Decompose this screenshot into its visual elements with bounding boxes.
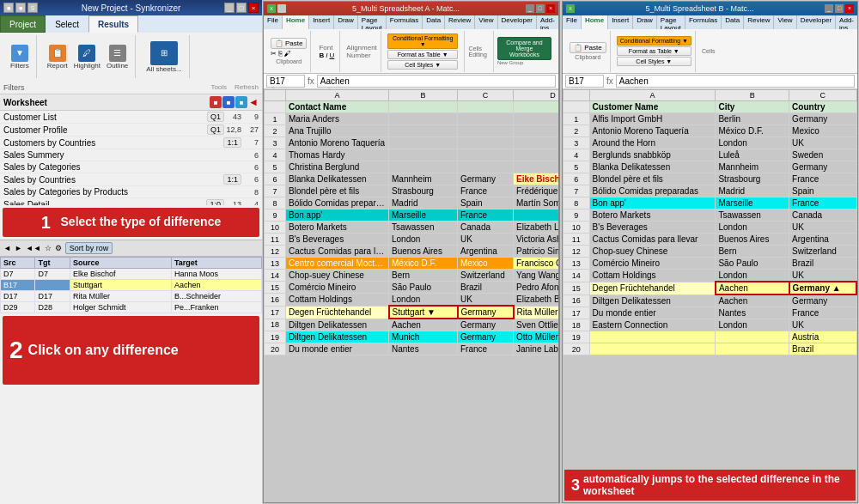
ribbon-group-tools: ▼ Filters [3,35,37,78]
tab-a-data[interactable]: Data [423,15,445,29]
b-paste-btn[interactable]: 📋 Paste [570,42,606,53]
tab-a-home[interactable]: Home [283,15,309,29]
font-group: Font B I U [314,31,340,72]
grid-a-row-8: 8 Bólido Comidas preparadas Madrid Spain… [265,197,559,209]
ws-row-customer-profile[interactable]: Customer Profile Q1 12,8 27 [0,124,262,137]
formula-input-b[interactable]: Aachen [616,75,855,88]
tab-b-draw[interactable]: Draw [633,15,657,29]
tab-b-page[interactable]: Page Layout [657,15,685,29]
name-box-b[interactable] [565,75,604,88]
grid-b-row-8: 8 Bon app' Marseille France [564,197,857,209]
tab-b-file[interactable]: File [563,15,582,29]
cell-germany-15-b[interactable]: Germany ▲ [789,282,856,295]
paste-btn[interactable]: 📋Paste [271,38,307,49]
grid-b-row-13: 13 Comércio Mineiro São Paulo Brazil [564,258,857,270]
grid-table-b: A B C Customer Name City Country [563,89,857,355]
tab-a-dev[interactable]: Developer [498,15,537,29]
sheets-icon: ⊞ [150,41,178,65]
tab-b-addins[interactable]: Add-ins [836,15,857,29]
tab-a-draw[interactable]: Draw [334,15,358,29]
diff-row-3[interactable]: D17D17Rita MüllerB...Schneider [1,291,262,302]
tab-a-file[interactable]: File [264,15,283,29]
grid-a-row-7: 7 Blondel père et fils Strasbourg France… [265,185,559,197]
all-sheets-btn[interactable]: ⊞ All sheets... [144,39,183,75]
cell-styles-btn[interactable]: Cell Styles ▼ [387,60,459,70]
compare-merge-btn[interactable]: Compare andMerge Workbooks [497,37,551,60]
tab-a-insert[interactable]: Insert [309,15,334,29]
excel-a-title-text: 5_Multi Spreadsheet A - Matc... [352,4,460,13]
tab-b-dev[interactable]: Developer [797,15,836,29]
b-format-table-btn[interactable]: Format as Table ▼ [617,46,691,56]
tab-a-page[interactable]: Page Layout [358,15,387,29]
editing-group: Cells Editing [464,31,490,72]
sort-btn[interactable]: Sort by row [65,242,113,254]
cell-bon-app[interactable]: Bon app' [286,209,389,222]
grid-b-row-7: 7 Bólido Comidas preparadas Madrid Spain [564,185,857,197]
tab-project[interactable]: Project [0,15,46,33]
tab-results[interactable]: Results [88,15,138,33]
excel-a-title: X 5_Multi Spreadsheet A - Matc... _ □ × [264,2,558,15]
diff-row-2[interactable]: B17StuttgartAachen [1,280,262,291]
underline-btn[interactable]: U [329,52,334,59]
cell-eike-bischof[interactable]: Eike Bischof [514,173,559,185]
diff-row-4[interactable]: D29D28Holger SchmidtPe...Franken [1,302,262,313]
ws-row-sales-cat-prod[interactable]: Sales by Categories by Products 8 [0,186,262,198]
grid-a-row-9: 9 Bon app' Marseille France [265,209,559,222]
tab-a-addins[interactable]: Add-ins [537,15,558,29]
outline-btn[interactable]: ☰ Outline [105,43,130,71]
grid-a-header-row: Contact Name [265,101,559,113]
format-as-table-btn[interactable]: Format as Table ▼ [387,50,459,59]
tab-b-data[interactable]: Data [722,15,744,29]
tab-a-formulas[interactable]: Formulas [387,15,423,29]
grid-b-row-19: 19 Austria [564,331,857,343]
ws-row-sales-summery[interactable]: Sales Summery 6 [0,149,262,161]
tab-b-review[interactable]: Review [744,15,774,29]
name-box-a[interactable] [266,75,305,88]
tab-select[interactable]: Select [46,15,88,33]
ws-row-sales-categories[interactable]: Sales by Categories 6 [0,161,262,173]
grid-b-row-16: 16 Diltgen Delikatessen Aachen Germany [564,295,857,307]
tab-a-review[interactable]: Review [445,15,475,29]
tab-b-formulas[interactable]: Formulas [685,15,722,29]
ws-row-customer-list[interactable]: Customer List Q1 43 9 [0,111,262,124]
cell-stuttgart[interactable]: Stuttgart ▼ [389,306,458,319]
italic-btn[interactable]: I [326,52,327,59]
report-btn[interactable]: 📋 Report [46,43,70,71]
diff-row-1[interactable]: D7D7Elke BischofHanna Moos [1,269,262,280]
b-cond-format-btn[interactable]: Conditional Formatting ▼ [617,36,691,46]
cut-icon[interactable]: ✂ [271,50,277,58]
cell-a-contact-name[interactable]: Contact Name [286,101,389,113]
nav-bar: ◄ ► ◄◄ ☆ ⚙ Sort by row [0,240,262,256]
ws-row-sales-detail[interactable]: Sales Detail 1:0 13 4 [0,198,262,205]
ws-header-icons: ■ ■ ■ ◄ [210,96,259,108]
copy-icon[interactable]: ⎘ [278,50,283,58]
cell-germany-17[interactable]: Germany [458,306,514,319]
grid-b-row-3: 3 Around the Horn London UK [564,137,857,149]
conditional-formatting-btn[interactable]: Conditional Formatting ▼ [387,33,459,49]
worksheet-list: Customer List Q1 43 9 Customer Profile Q… [0,111,262,205]
highlight-btn[interactable]: 🖊 Highlight [72,43,102,71]
compare-group: Compare andMerge Workbooks New Group [493,31,555,72]
filters-btn[interactable]: ▼ Filters [9,43,31,71]
format-painter-icon[interactable]: 🖌 [284,50,291,58]
outline-icon: ☰ [109,45,126,62]
tab-b-view[interactable]: View [774,15,796,29]
grid-table-a: A B C D Contact Name [264,89,558,355]
tab-a-view[interactable]: View [475,15,497,29]
title-controls: _ □ × [224,3,259,13]
cell-b-customer-name[interactable]: Customer Name [589,101,716,113]
tab-b-insert[interactable]: Insert [608,15,633,29]
formula-input-a[interactable]: Aachen [317,75,556,88]
excel-a-tabs: File Home Insert Draw Page Layout Formul… [264,15,558,29]
formula-bar-b: fx Aachen [563,74,857,89]
b-cell-styles-btn[interactable]: Cell Styles ▼ [617,57,691,66]
ribbon-content: ▼ Filters 📋 Report 🖊 Highlight ☰ [0,33,262,81]
bold-btn[interactable]: B [319,52,324,59]
grid-a-row-5: 5 Christina Berglund [265,161,559,173]
tab-b-home[interactable]: Home [582,15,608,29]
ws-row-customers-countries[interactable]: Customers by Countries 1:1 7 [0,137,262,149]
app-title: New Project - Synkronizer [82,3,181,13]
title-bar: ■ ■ S New Project - Synkronizer _ □ × [0,0,262,15]
ws-row-sales-countries[interactable]: Sales by Countries 1:1 6 [0,173,262,186]
cell-aachen-selected[interactable]: Aachen [716,282,789,295]
